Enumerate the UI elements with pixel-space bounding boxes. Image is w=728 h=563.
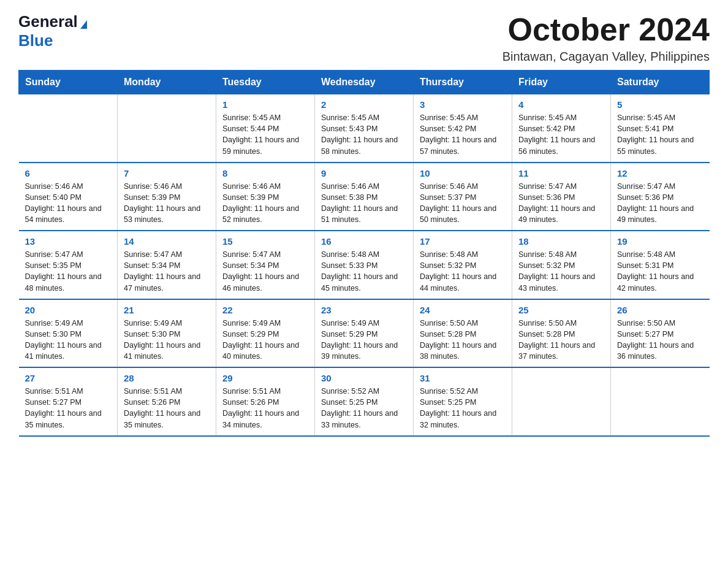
calendar-cell: 11Sunrise: 5:47 AMSunset: 5:36 PMDayligh… xyxy=(512,163,611,231)
day-info: Sunrise: 5:49 AMSunset: 5:30 PMDaylight:… xyxy=(124,318,210,362)
day-number: 17 xyxy=(420,236,506,247)
day-number: 12 xyxy=(617,168,703,178)
calendar-cell xyxy=(118,94,216,163)
day-number: 13 xyxy=(25,236,112,247)
calendar-cell: 20Sunrise: 5:49 AMSunset: 5:30 PMDayligh… xyxy=(19,299,118,368)
logo-blue-text: Blue xyxy=(18,31,53,50)
calendar-cell: 7Sunrise: 5:46 AMSunset: 5:39 PMDaylight… xyxy=(118,163,216,231)
day-number: 10 xyxy=(420,168,506,178)
calendar-cell: 19Sunrise: 5:48 AMSunset: 5:31 PMDayligh… xyxy=(611,231,710,299)
calendar-cell: 21Sunrise: 5:49 AMSunset: 5:30 PMDayligh… xyxy=(118,299,216,368)
day-info: Sunrise: 5:45 AMSunset: 5:42 PMDaylight:… xyxy=(518,112,604,157)
column-header-monday: Monday xyxy=(118,71,216,94)
day-info: Sunrise: 5:47 AMSunset: 5:36 PMDaylight:… xyxy=(518,181,604,226)
calendar-cell: 8Sunrise: 5:46 AMSunset: 5:39 PMDaylight… xyxy=(216,163,315,231)
day-number: 4 xyxy=(518,99,604,110)
day-number: 5 xyxy=(617,99,703,110)
page-header: General Blue October 2024 Bintawan, Caga… xyxy=(18,12,710,64)
day-number: 22 xyxy=(222,305,308,315)
calendar-cell: 9Sunrise: 5:46 AMSunset: 5:38 PMDaylight… xyxy=(315,163,414,231)
column-header-thursday: Thursday xyxy=(414,71,512,94)
day-number: 11 xyxy=(518,168,604,178)
day-info: Sunrise: 5:49 AMSunset: 5:30 PMDaylight:… xyxy=(25,318,112,362)
page-title: October 2024 xyxy=(502,12,710,47)
calendar-week-4: 20Sunrise: 5:49 AMSunset: 5:30 PMDayligh… xyxy=(19,299,710,368)
day-info: Sunrise: 5:46 AMSunset: 5:39 PMDaylight:… xyxy=(124,181,210,226)
day-number: 7 xyxy=(124,168,210,178)
calendar-cell: 24Sunrise: 5:50 AMSunset: 5:28 PMDayligh… xyxy=(414,299,512,368)
day-number: 1 xyxy=(222,99,308,110)
calendar-cell xyxy=(19,94,118,163)
logo: General Blue xyxy=(18,12,87,50)
calendar-header-row: SundayMondayTuesdayWednesdayThursdayFrid… xyxy=(19,71,710,94)
day-number: 16 xyxy=(321,236,407,247)
day-number: 20 xyxy=(25,305,112,315)
calendar-cell: 18Sunrise: 5:48 AMSunset: 5:32 PMDayligh… xyxy=(512,231,611,299)
calendar-cell: 4Sunrise: 5:45 AMSunset: 5:42 PMDaylight… xyxy=(512,94,611,163)
calendar-cell: 23Sunrise: 5:49 AMSunset: 5:29 PMDayligh… xyxy=(315,299,414,368)
column-header-friday: Friday xyxy=(512,71,611,94)
calendar-cell: 16Sunrise: 5:48 AMSunset: 5:33 PMDayligh… xyxy=(315,231,414,299)
day-number: 31 xyxy=(420,373,506,383)
calendar-cell: 28Sunrise: 5:51 AMSunset: 5:26 PMDayligh… xyxy=(118,367,216,436)
calendar-week-2: 6Sunrise: 5:46 AMSunset: 5:40 PMDaylight… xyxy=(19,163,710,231)
calendar-cell: 10Sunrise: 5:46 AMSunset: 5:37 PMDayligh… xyxy=(414,163,512,231)
day-number: 24 xyxy=(420,305,506,315)
day-info: Sunrise: 5:52 AMSunset: 5:25 PMDaylight:… xyxy=(420,386,506,431)
column-header-sunday: Sunday xyxy=(19,71,118,94)
day-info: Sunrise: 5:47 AMSunset: 5:35 PMDaylight:… xyxy=(25,249,112,294)
day-info: Sunrise: 5:45 AMSunset: 5:43 PMDaylight:… xyxy=(321,112,407,157)
calendar-cell: 13Sunrise: 5:47 AMSunset: 5:35 PMDayligh… xyxy=(19,231,118,299)
calendar-cell: 27Sunrise: 5:51 AMSunset: 5:27 PMDayligh… xyxy=(19,367,118,436)
day-number: 27 xyxy=(25,373,112,383)
calendar-cell: 6Sunrise: 5:46 AMSunset: 5:40 PMDaylight… xyxy=(19,163,118,231)
calendar-cell: 12Sunrise: 5:47 AMSunset: 5:36 PMDayligh… xyxy=(611,163,710,231)
day-info: Sunrise: 5:46 AMSunset: 5:39 PMDaylight:… xyxy=(222,181,308,226)
title-area: October 2024 Bintawan, Cagayan Valley, P… xyxy=(502,12,710,64)
day-info: Sunrise: 5:51 AMSunset: 5:27 PMDaylight:… xyxy=(25,386,112,431)
calendar-cell xyxy=(512,367,611,436)
calendar-cell: 26Sunrise: 5:50 AMSunset: 5:27 PMDayligh… xyxy=(611,299,710,368)
day-number: 2 xyxy=(321,99,407,110)
day-info: Sunrise: 5:45 AMSunset: 5:41 PMDaylight:… xyxy=(617,112,703,157)
column-header-saturday: Saturday xyxy=(611,71,710,94)
column-header-tuesday: Tuesday xyxy=(216,71,315,94)
day-number: 25 xyxy=(518,305,604,315)
day-info: Sunrise: 5:49 AMSunset: 5:29 PMDaylight:… xyxy=(222,318,308,362)
calendar-cell: 5Sunrise: 5:45 AMSunset: 5:41 PMDaylight… xyxy=(611,94,710,163)
day-number: 14 xyxy=(124,236,210,247)
day-info: Sunrise: 5:46 AMSunset: 5:37 PMDaylight:… xyxy=(420,181,506,226)
day-info: Sunrise: 5:50 AMSunset: 5:27 PMDaylight:… xyxy=(617,318,703,362)
day-info: Sunrise: 5:49 AMSunset: 5:29 PMDaylight:… xyxy=(321,318,407,362)
day-number: 23 xyxy=(321,305,407,315)
day-info: Sunrise: 5:45 AMSunset: 5:42 PMDaylight:… xyxy=(420,112,506,157)
day-info: Sunrise: 5:46 AMSunset: 5:40 PMDaylight:… xyxy=(25,181,112,226)
calendar-week-5: 27Sunrise: 5:51 AMSunset: 5:27 PMDayligh… xyxy=(19,367,710,436)
day-number: 28 xyxy=(124,373,210,383)
calendar-cell: 31Sunrise: 5:52 AMSunset: 5:25 PMDayligh… xyxy=(414,367,512,436)
day-info: Sunrise: 5:47 AMSunset: 5:34 PMDaylight:… xyxy=(222,249,308,294)
calendar-table: SundayMondayTuesdayWednesdayThursdayFrid… xyxy=(18,70,710,437)
day-info: Sunrise: 5:51 AMSunset: 5:26 PMDaylight:… xyxy=(124,386,210,431)
calendar-cell: 22Sunrise: 5:49 AMSunset: 5:29 PMDayligh… xyxy=(216,299,315,368)
day-number: 3 xyxy=(420,99,506,110)
calendar-cell: 25Sunrise: 5:50 AMSunset: 5:28 PMDayligh… xyxy=(512,299,611,368)
logo-triangle-icon xyxy=(80,20,87,29)
day-number: 18 xyxy=(518,236,604,247)
day-info: Sunrise: 5:52 AMSunset: 5:25 PMDaylight:… xyxy=(321,386,407,431)
calendar-cell: 1Sunrise: 5:45 AMSunset: 5:44 PMDaylight… xyxy=(216,94,315,163)
calendar-cell: 14Sunrise: 5:47 AMSunset: 5:34 PMDayligh… xyxy=(118,231,216,299)
day-number: 30 xyxy=(321,373,407,383)
day-info: Sunrise: 5:47 AMSunset: 5:34 PMDaylight:… xyxy=(124,249,210,294)
day-number: 9 xyxy=(321,168,407,178)
day-number: 21 xyxy=(124,305,210,315)
calendar-cell: 15Sunrise: 5:47 AMSunset: 5:34 PMDayligh… xyxy=(216,231,315,299)
day-info: Sunrise: 5:50 AMSunset: 5:28 PMDaylight:… xyxy=(420,318,506,362)
day-info: Sunrise: 5:47 AMSunset: 5:36 PMDaylight:… xyxy=(617,181,703,226)
page-subtitle: Bintawan, Cagayan Valley, Philippines xyxy=(502,50,710,64)
day-info: Sunrise: 5:45 AMSunset: 5:44 PMDaylight:… xyxy=(222,112,308,157)
column-header-wednesday: Wednesday xyxy=(315,71,414,94)
day-number: 8 xyxy=(222,168,308,178)
logo-general-text: General xyxy=(18,12,78,31)
calendar-cell: 2Sunrise: 5:45 AMSunset: 5:43 PMDaylight… xyxy=(315,94,414,163)
